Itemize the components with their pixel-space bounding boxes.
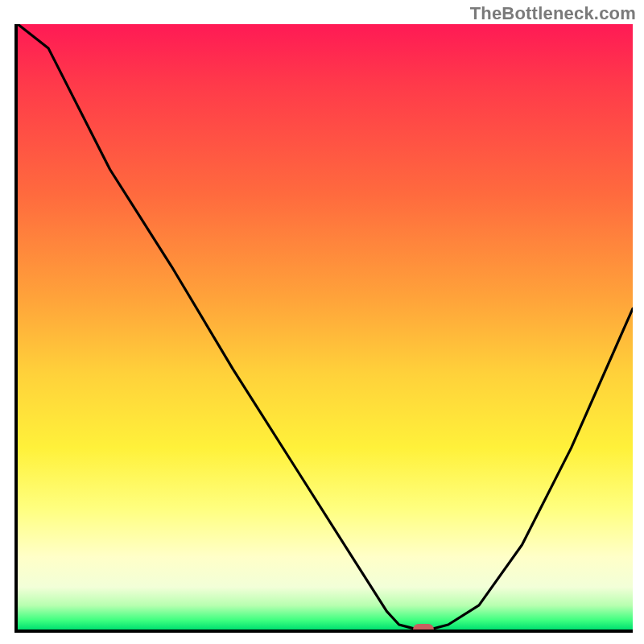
plot-area bbox=[14, 24, 633, 633]
attribution-text: TheBottleneck.com bbox=[470, 3, 636, 24]
chart-container: TheBottleneck.com bbox=[0, 0, 644, 644]
optimal-marker bbox=[413, 624, 434, 633]
curve-svg bbox=[18, 24, 633, 630]
bottleneck-curve bbox=[18, 24, 633, 630]
